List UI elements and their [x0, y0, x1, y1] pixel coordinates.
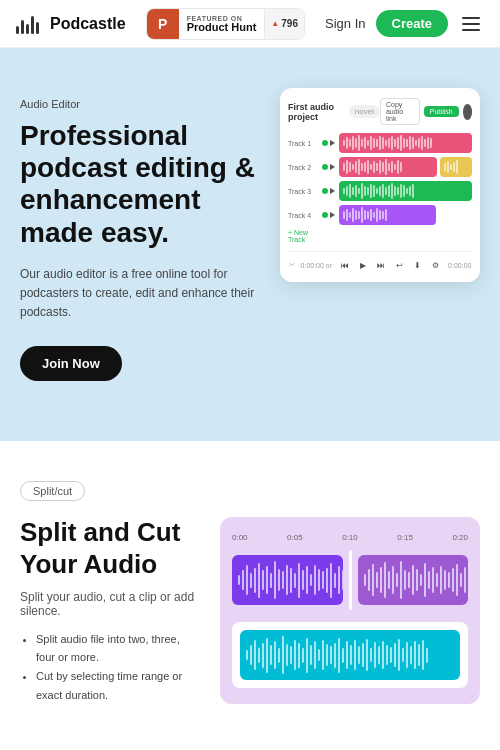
- timeline-0-15: 0:15: [397, 533, 413, 542]
- editor-timeline: ✂ 0:00:00 or ⏮ ▶ ⏭ ↩ ⬇ ⚙ 0:00:00: [288, 251, 472, 272]
- track-2-waveform-b: [440, 157, 473, 177]
- hero-title: Professional podcast editing & enhanceme…: [20, 120, 260, 249]
- download-icon[interactable]: ⬇: [410, 258, 424, 272]
- navbar-center: P FEATURED ON Product Hunt ▲ 796: [146, 8, 305, 40]
- timeline-0-05: 0:05: [287, 533, 303, 542]
- play-icon[interactable]: ▶: [356, 258, 370, 272]
- track-2-controls: [322, 164, 335, 170]
- section2-content: Split and Cut Your Audio Split your audi…: [20, 517, 480, 704]
- copy-link-button[interactable]: Copy audio link: [380, 98, 420, 125]
- hero-desc: Our audio editor is a free online tool f…: [20, 265, 260, 323]
- table-row: Track 3: [288, 181, 472, 201]
- ph-badge[interactable]: P FEATURED ON Product Hunt ▲ 796: [146, 8, 305, 40]
- section2-text: Split and Cut Your Audio Split your audi…: [20, 517, 200, 704]
- split-waveform-top: [232, 550, 468, 610]
- new-track-row: + New Track: [288, 229, 472, 243]
- navbar-right: Sign In Create: [325, 10, 484, 37]
- hamburger-menu[interactable]: [458, 13, 484, 35]
- tracks-area: Track 1 Track 2: [288, 133, 472, 243]
- editor-mockup: First audio project novel Copy audio lin…: [280, 88, 480, 282]
- editor-level: novel: [349, 105, 380, 118]
- split-waveform-right: [358, 555, 469, 605]
- timeline-0-20: 0:20: [452, 533, 468, 542]
- list-item: Split audio file into two, three, four o…: [36, 630, 200, 667]
- track-3-label: Track 3: [288, 188, 318, 195]
- user-avatar: [463, 104, 472, 120]
- split-waveform-bottom: [232, 622, 468, 688]
- split-waveform-bottom-block: [240, 630, 460, 680]
- split-waveform-left: [232, 555, 343, 605]
- ph-logo-letter: P: [158, 16, 167, 32]
- track-3-controls: [322, 188, 335, 194]
- split-timeline: 0:00 0:05 0:10 0:15 0:20: [232, 533, 468, 542]
- ph-badge-right: FEATURED ON Product Hunt: [179, 15, 265, 33]
- section2-title: Split and Cut Your Audio: [20, 517, 200, 579]
- navbar-left: Podcastle: [16, 10, 126, 38]
- ph-count-badge: ▲ 796: [264, 9, 304, 39]
- split-visual: 0:00 0:05 0:10 0:15 0:20: [220, 517, 480, 704]
- logo-text: Podcastle: [50, 15, 126, 33]
- navbar: Podcastle P FEATURED ON Product Hunt ▲ 7…: [0, 0, 500, 48]
- sign-in-button[interactable]: Sign In: [325, 16, 365, 31]
- join-now-button[interactable]: Join Now: [20, 346, 122, 381]
- loop-icon[interactable]: ↩: [392, 258, 406, 272]
- timeline-0-10: 0:10: [342, 533, 358, 542]
- split-divider: [349, 550, 352, 610]
- publish-button[interactable]: Publish: [424, 106, 459, 117]
- timeline-controls: ⏮ ▶ ⏭ ↩ ⬇ ⚙: [338, 258, 442, 272]
- list-item: Cut by selecting time range or exact dur…: [36, 667, 200, 704]
- ph-name-label: Product Hunt: [187, 22, 257, 33]
- split-tag: Split/cut: [20, 481, 85, 501]
- hero-text: Audio Editor Professional podcast editin…: [20, 88, 260, 381]
- track-1-label: Track 1: [288, 140, 318, 147]
- track-4-waveform: [339, 205, 436, 225]
- logo-icon: [16, 10, 44, 38]
- hero-label: Audio Editor: [20, 98, 260, 110]
- timeline-0-00: 0:00: [232, 533, 248, 542]
- table-row: Track 4: [288, 205, 472, 225]
- project-name: First audio project: [288, 102, 349, 122]
- new-track-label: + New Track: [288, 229, 318, 243]
- track-3-waveform: [339, 181, 472, 201]
- editor-actions: Copy audio link Publish: [380, 98, 472, 125]
- hero-section: Audio Editor Professional podcast editin…: [0, 48, 500, 441]
- section2: Split/cut Split and Cut Your Audio Split…: [0, 441, 500, 744]
- editor-top-bar: First audio project novel Copy audio lin…: [288, 98, 472, 125]
- skip-forward-icon[interactable]: ⏭: [374, 258, 388, 272]
- track-1-controls: [322, 140, 335, 146]
- track-2-label: Track 2: [288, 164, 318, 171]
- table-row: Track 2: [288, 157, 472, 177]
- ph-arrow-icon: ▲: [271, 19, 279, 28]
- ph-count: 796: [281, 18, 298, 29]
- track-2-waveform-a: [339, 157, 437, 177]
- timeline-time-start: 0:00:00 or: [301, 262, 333, 269]
- table-row: Track 1: [288, 133, 472, 153]
- ph-badge-left: P: [147, 9, 179, 39]
- track-2-waveforms: [339, 157, 472, 177]
- settings-icon[interactable]: ⚙: [428, 258, 442, 272]
- timeline-time-end: 0:00:00: [448, 262, 471, 269]
- track-4-label: Track 4: [288, 212, 318, 219]
- track-1-waveform: [339, 133, 472, 153]
- section2-desc: Split your audio, cut a clip or add sile…: [20, 590, 200, 618]
- section2-bullets: Split audio file into two, three, four o…: [20, 630, 200, 705]
- scissors-icon: ✂: [289, 261, 295, 269]
- skip-back-icon[interactable]: ⏮: [338, 258, 352, 272]
- track-4-controls: [322, 212, 335, 218]
- create-button[interactable]: Create: [376, 10, 448, 37]
